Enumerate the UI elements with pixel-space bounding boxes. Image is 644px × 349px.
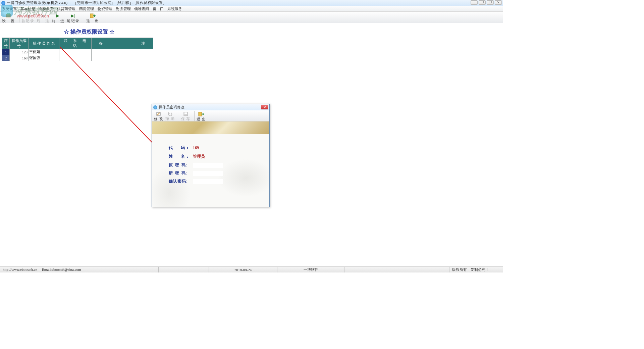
status-company: 一博软件 xyxy=(277,267,344,272)
dialog-close-button[interactable]: ✕ xyxy=(261,105,268,109)
menu-pharmacy[interactable]: 药房管理 xyxy=(79,7,94,11)
dialog-body: 代 码: 169 姓 名: 管理员 原 密 码: 新 密 码: 确认密码: xyxy=(152,134,269,207)
code-value: 169 xyxy=(193,145,199,150)
dialog-toolbar: 修 改 撤 消 保 存 退 出 xyxy=(152,110,269,121)
page-title: ☆ 操作员权限设置 ☆ xyxy=(0,23,503,38)
password-dialog: 操作员密码修改 ✕ 修 改 撤 消 保 存 退 出 xyxy=(152,104,270,207)
save-icon xyxy=(182,111,189,116)
content-area: ☆ 操作员权限设置 ☆ 序号 操作员编号 操 作 员 姓 名 联 系 电 话 备… xyxy=(0,23,503,265)
minimize-button[interactable]: — xyxy=(471,0,478,5)
menu-materials[interactable]: 物资管理 xyxy=(98,7,112,11)
dialog-titlebar[interactable]: 操作员密码修改 ✕ xyxy=(152,104,269,110)
status-empty1 xyxy=(159,267,209,272)
tb-last-record[interactable]: ▶| 尾记录 xyxy=(67,12,80,23)
confirm-password-input[interactable] xyxy=(193,179,223,184)
col-opcode: 操作员编号 xyxy=(10,38,29,49)
svg-rect-11 xyxy=(199,112,202,116)
dialog-icon xyxy=(153,105,157,109)
new-password-input[interactable] xyxy=(193,171,223,176)
mdi-restore-button[interactable]: ❐ xyxy=(479,0,486,5)
status-bar: http://www.eboosoft.cn Email:eboosoft@si… xyxy=(0,266,503,272)
menu-window[interactable]: 窗 口 xyxy=(153,7,164,11)
table-row[interactable]: 1 123 王丽娟 xyxy=(2,49,153,55)
dlg-edit[interactable]: 修 改 xyxy=(154,111,163,120)
menu-leader-query[interactable]: 领导查阅 xyxy=(134,7,149,11)
name-label: 姓 名: xyxy=(169,154,191,159)
close-button[interactable]: ✕ xyxy=(495,0,502,5)
svg-text:▶|: ▶| xyxy=(71,13,75,18)
svg-line-7 xyxy=(60,47,159,150)
name-value: 管理员 xyxy=(193,154,205,159)
dlg-exit-icon xyxy=(198,111,204,117)
titlebar: 一博门诊收费管理系统(单机版V4.6) [兖州市一博为民医院] [试用板] - … xyxy=(0,0,503,6)
col-phone: 联 系 电 话 xyxy=(59,38,92,49)
menu-system-service[interactable]: 系统服务 xyxy=(167,7,182,11)
dialog-banner xyxy=(152,121,269,134)
window-controls: — ❐ ❐ ✕ xyxy=(471,0,502,5)
app-icon xyxy=(1,1,5,5)
toolbar: 设 置 |◀ 首记录 ◀ 后 退 ▶ 前 进 ▶| 尾记录 退 出 xyxy=(0,12,503,23)
dlg-save: 保 存 xyxy=(181,111,191,120)
code-label: 代 码: xyxy=(169,145,191,151)
watermark-url: www.pc0359.cn xyxy=(17,13,49,18)
col-opname: 操 作 员 姓 名 xyxy=(29,38,59,49)
edit-icon xyxy=(156,111,162,116)
col-remark: 备 注 xyxy=(92,38,153,49)
svg-rect-10 xyxy=(184,112,187,114)
svg-rect-6 xyxy=(90,14,93,18)
confirm-pwd-label: 确认密码: xyxy=(169,179,191,184)
undo-icon xyxy=(167,111,173,116)
old-pwd-label: 原 密 码: xyxy=(169,162,191,168)
old-password-input[interactable] xyxy=(193,163,223,168)
table-row[interactable]: 2 168 张国强 xyxy=(2,55,153,61)
status-date: 2018-08-24 xyxy=(209,267,277,272)
status-empty2 xyxy=(344,267,449,272)
status-copyright: 版权所有 复制必究！ xyxy=(449,267,503,272)
dlg-undo: 撤 消 xyxy=(165,111,175,120)
tb-exit[interactable]: 退 出 xyxy=(86,12,99,23)
dlg-exit[interactable]: 退 出 xyxy=(197,111,206,120)
watermark-logo xyxy=(1,5,13,17)
menubar: 系统设置 基本信息 划价收费 供货商管理 药房管理 物资管理 财务管理 领导查阅… xyxy=(0,6,503,12)
col-seq: 序号 xyxy=(2,38,10,49)
status-url: http://www.eboosoft.cn Email:eboosoft@si… xyxy=(0,267,159,272)
operator-table: 序号 操作员编号 操 作 员 姓 名 联 系 电 话 备 注 1 123 王丽娟… xyxy=(2,38,153,61)
last-icon: ▶| xyxy=(70,13,76,18)
menu-finance[interactable]: 财务管理 xyxy=(116,7,131,11)
restore-button[interactable]: ❐ xyxy=(487,0,494,5)
dialog-title: 操作员密码修改 xyxy=(159,105,184,110)
menu-supplier[interactable]: 供货商管理 xyxy=(57,7,75,11)
new-pwd-label: 新 密 码: xyxy=(169,170,191,176)
exit-icon xyxy=(90,13,96,18)
